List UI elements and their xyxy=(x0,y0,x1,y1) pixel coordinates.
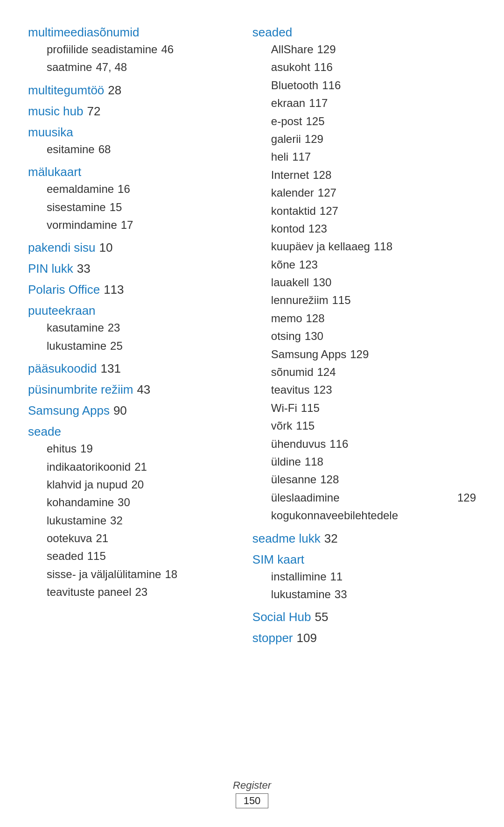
index-heading: mälukaart xyxy=(28,165,234,179)
index-subitem: indikaatorikoonid21 xyxy=(28,458,234,476)
heading-inline-text: PIN lukk xyxy=(28,262,73,276)
subitem-text: profiilide seadistamine xyxy=(47,41,157,58)
index-subitem: sõnumid124 xyxy=(252,363,476,381)
subitem-text: Wi-Fi xyxy=(271,399,297,417)
heading-inline-text: püsinumbrite režiim xyxy=(28,382,133,396)
index-subitem: kalender127 xyxy=(252,184,476,202)
subitem-page: 118 xyxy=(374,238,392,255)
index-heading-inline: Social Hub55 xyxy=(252,610,476,624)
index-subitem: ehitus19 xyxy=(28,440,234,458)
subitem-page: 21 xyxy=(96,530,108,547)
index-subitem: sisestamine15 xyxy=(28,198,234,216)
index-heading-inline: seadme lukk32 xyxy=(252,531,476,546)
heading-inline-text: pääsukoodid xyxy=(28,361,97,375)
subitem-text: klahvid ja nupud xyxy=(47,476,127,494)
subitem-page: 15 xyxy=(110,198,122,216)
heading-text: multimeediasõnumid xyxy=(28,25,234,40)
heading-inline-text: Polaris Office xyxy=(28,283,100,297)
subitem-text: Bluetooth xyxy=(271,77,318,94)
subitem-text: ehitus xyxy=(47,440,77,458)
index-heading: seaded xyxy=(252,25,476,40)
subitem-page: 129 xyxy=(305,130,323,148)
subitem-text: indikaatorikoonid xyxy=(47,458,131,476)
subitem-text: vormindamine xyxy=(47,216,117,234)
index-heading-inline: PIN lukk33 xyxy=(28,262,234,276)
subitem-text: kasutamine xyxy=(47,319,104,337)
index-heading-inline: Polaris Office113 xyxy=(28,283,234,297)
subitem-page: 123 xyxy=(299,256,318,274)
index-heading: multimeediasõnumid xyxy=(28,25,234,40)
index-subitem: teavituste paneel23 xyxy=(28,583,234,601)
index-subitem: lennurežiim115 xyxy=(252,291,476,309)
index-heading-inline: pakendi sisu10 xyxy=(28,240,234,255)
heading-text: puuteekraan xyxy=(28,304,234,318)
index-subitem: seaded115 xyxy=(28,547,234,565)
subitem-page: 118 xyxy=(305,453,323,471)
subitem-text: Samsung Apps xyxy=(271,346,346,363)
subitem-text: teavitus xyxy=(271,381,310,399)
subitem-page: 23 xyxy=(135,583,147,601)
subitem-page: 115 xyxy=(301,399,320,417)
page-num: 109 xyxy=(297,631,317,645)
index-subitem: Bluetooth116 xyxy=(252,77,476,94)
page-num: 33 xyxy=(77,262,91,276)
subitem-text: memo xyxy=(271,310,302,327)
index-subitem: Wi-Fi115 xyxy=(252,399,476,417)
subitem-page: 21 xyxy=(134,458,147,476)
subitem-text: võrk xyxy=(271,417,292,435)
subitem-text: kõne xyxy=(271,256,295,274)
subitem-page: 23 xyxy=(108,319,120,337)
subitem-text: seaded xyxy=(47,547,84,565)
subitem-text: üldine xyxy=(271,453,301,471)
subitem-text: lukustamine xyxy=(271,586,331,603)
index-subitem: heli117 xyxy=(252,148,476,166)
index-heading: muusika xyxy=(28,125,234,140)
index-subitem: e-post125 xyxy=(252,113,476,130)
subitem-page: 18 xyxy=(165,565,177,583)
subitem-text: sõnumid xyxy=(271,363,314,381)
index-subitem: üldine118 xyxy=(252,453,476,471)
index-heading-inline: Samsung Apps90 xyxy=(28,403,234,418)
subitem-text: kohandamine xyxy=(47,494,114,511)
subitem-text: esitamine xyxy=(47,141,95,158)
subitem-text: lukustamine xyxy=(47,512,106,530)
subitem-page: 115 xyxy=(87,547,106,565)
subitem-page: 129 xyxy=(457,489,476,507)
subitem-text: asukoht xyxy=(271,58,310,76)
subitem-page: 124 xyxy=(317,363,336,381)
subitem-page: 128 xyxy=(320,471,339,488)
heading-inline-text: pakendi sisu xyxy=(28,240,96,254)
subitem-text: kuupäev ja kellaaeg xyxy=(271,238,370,255)
subitem-text: heli xyxy=(271,148,288,166)
heading-text: seade xyxy=(28,424,234,439)
subitem-page: 17 xyxy=(121,216,133,234)
index-subitem: vormindamine17 xyxy=(28,216,234,234)
subitem-text: kalender xyxy=(271,184,314,202)
subitem-text: lennurežiim xyxy=(271,291,329,309)
index-subitem: memo128 xyxy=(252,310,476,327)
index-subitem: installimine11 xyxy=(252,568,476,586)
page-num: 43 xyxy=(137,382,150,396)
heading-text: SIM kaart xyxy=(252,552,476,567)
index-subitem: AllShare129 xyxy=(252,41,476,58)
index-subitem: kontaktid127 xyxy=(252,202,476,220)
index-subitem: kuupäev ja kellaaeg118 xyxy=(252,238,476,255)
index-heading-inline: püsinumbrite režiim43 xyxy=(28,382,234,397)
subitem-page: 123 xyxy=(308,220,327,238)
subitem-page: 123 xyxy=(314,381,332,399)
subitem-page: 129 xyxy=(317,41,336,58)
index-heading-inline: music hub72 xyxy=(28,104,234,119)
index-heading: SIM kaart xyxy=(252,552,476,567)
subitem-text: saatmine xyxy=(47,58,92,76)
subitem-text: e-post xyxy=(271,113,302,130)
subitem-page: 116 xyxy=(322,77,341,94)
index-subitem: sisse- ja väljalülitamine18 xyxy=(28,565,234,583)
index-subitem: Samsung Apps129 xyxy=(252,346,476,363)
subitem-text: ühenduvus xyxy=(271,435,326,453)
subitem-text: teavituste paneel xyxy=(47,583,131,601)
index-heading-inline: multitegumtöö28 xyxy=(28,83,234,98)
subitem-text: AllShare xyxy=(271,41,314,58)
subitem-page: 25 xyxy=(110,337,123,355)
page-num: 113 xyxy=(104,283,124,297)
index-subitem: ekraan117 xyxy=(252,94,476,112)
